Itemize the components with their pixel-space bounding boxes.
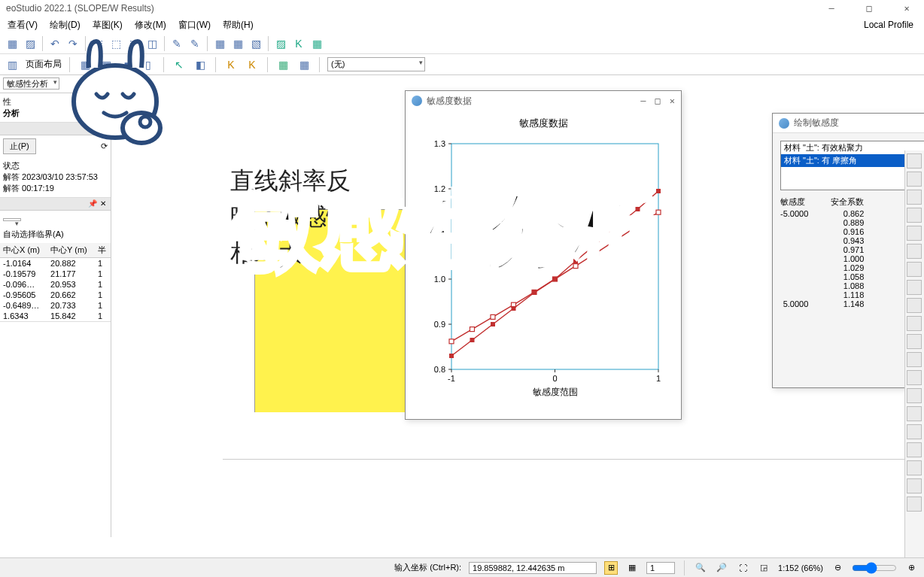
profile-label[interactable]: Local Profile <box>864 20 921 30</box>
sens-dialog-titlebar[interactable]: 绘制敏感度 ? ✕ <box>773 114 924 133</box>
layout-label[interactable]: 页面布局 <box>26 58 62 71</box>
tool-icon-10[interactable]: ▨ <box>273 36 288 51</box>
auto-select-label[interactable]: 自动选择临界(A) <box>3 229 108 240</box>
rtool-icon[interactable] <box>907 190 922 205</box>
menu-sketch[interactable]: 草图(K) <box>88 17 127 33</box>
rtool-icon[interactable] <box>907 280 922 295</box>
tool-icon-11[interactable]: K <box>291 36 306 51</box>
new-icon[interactable]: ▦ <box>5 36 20 51</box>
rtool-icon[interactable] <box>907 298 922 313</box>
results-dropdown[interactable] <box>3 218 21 221</box>
rtool-icon[interactable] <box>907 352 922 367</box>
refresh-icon[interactable]: ⟳ <box>101 141 108 151</box>
zoom-minus-icon[interactable]: ⊖ <box>831 561 844 575</box>
table-row[interactable]: -0.096…20.9531 <box>0 279 111 290</box>
zoom-plus-icon[interactable]: ⊕ <box>904 561 918 575</box>
cursor-icon[interactable]: ↖ <box>172 57 187 72</box>
material-listbox[interactable]: 材料 "土": 有效粘聚力 材料 "土": 有 摩擦角 <box>780 141 924 190</box>
maximize-button[interactable]: □ <box>858 3 880 14</box>
tool-icon-1[interactable]: ⬚ <box>90 36 105 51</box>
undo-icon[interactable]: ↶ <box>47 36 62 51</box>
menubar: 查看(V) 绘制(D) 草图(K) 修改(M) 窗口(W) 帮助(H) Loca… <box>0 17 924 33</box>
zoom-fit-icon[interactable]: ⛶ <box>736 561 749 575</box>
tb2-icon-7[interactable]: K <box>245 57 260 72</box>
tb2-icon-1[interactable]: ▦ <box>78 57 93 72</box>
tb2-icon-2[interactable]: ▦ <box>99 57 114 72</box>
zoom-in-icon[interactable]: 🔍 <box>694 561 707 575</box>
grid-icon[interactable]: ▦ <box>625 561 639 575</box>
open-icon[interactable]: ▨ <box>23 36 38 51</box>
zoom-extent-icon[interactable]: ◲ <box>757 561 771 575</box>
analysis-dropdown[interactable]: 敏感性分析 <box>3 77 59 90</box>
svg-text:敏感度范围: 敏感度范围 <box>533 387 578 397</box>
menu-window[interactable]: 窗口(W) <box>174 17 215 33</box>
canvas-area[interactable]: 直线斜率反 映了敏感性 相对大 敏感度数据 — □ ✕ 敏感度数据 0.80.9… <box>111 75 924 537</box>
rtool-icon[interactable] <box>907 172 922 187</box>
rtool-icon[interactable] <box>907 316 922 331</box>
tb2-icon-8[interactable]: ▦ <box>275 57 290 72</box>
tool-icon-9[interactable]: ▧ <box>248 36 263 51</box>
tool-icon-5[interactable]: ✎ <box>169 36 184 51</box>
close-panel-icon[interactable]: ✕ <box>99 124 108 133</box>
coord-input[interactable] <box>469 562 597 574</box>
close-button[interactable]: ✕ <box>895 3 918 14</box>
tool-icon-8[interactable]: ▦ <box>230 36 245 51</box>
chart-dialog-titlebar[interactable]: 敏感度数据 — □ ✕ <box>406 91 681 111</box>
rtool-icon[interactable] <box>907 370 922 385</box>
table-row[interactable]: -0.9560520.6621 <box>0 290 111 300</box>
tb2-icon-5[interactable]: ◧ <box>193 57 208 72</box>
tool-icon-4[interactable]: ◫ <box>144 36 160 51</box>
menu-modify[interactable]: 修改(M) <box>130 17 171 33</box>
menu-view[interactable]: 查看(V) <box>3 17 42 33</box>
status-title: 状态 <box>3 160 108 172</box>
table-row[interactable]: -1.016420.8821 <box>0 258 111 269</box>
stop-button[interactable]: 止(P) <box>3 138 36 154</box>
col-header-x[interactable]: 中心X (m) <box>0 243 47 258</box>
rtool-icon[interactable] <box>907 262 922 277</box>
minimize-button[interactable]: — <box>820 3 843 14</box>
rtool-icon[interactable] <box>907 406 922 421</box>
redo-icon[interactable]: ↷ <box>65 36 81 51</box>
grid-value[interactable] <box>646 562 675 574</box>
rtool-icon[interactable] <box>907 442 922 457</box>
rtool-icon[interactable] <box>907 226 922 241</box>
close-panel-icon[interactable]: ✕ <box>99 199 108 208</box>
rtool-icon[interactable] <box>907 153 922 169</box>
table-row[interactable]: -0.1957921.1771 <box>0 269 111 279</box>
list-item[interactable]: 材料 "土": 有效粘聚力 <box>781 141 924 154</box>
snap-icon[interactable]: ⊞ <box>604 561 618 575</box>
rtool-icon[interactable] <box>907 244 922 259</box>
tool-icon-6[interactable]: ✎ <box>187 36 202 51</box>
layer-dropdown[interactable]: (无) <box>327 57 425 71</box>
rtool-icon[interactable] <box>907 388 922 403</box>
tb2-icon-9[interactable]: ▦ <box>296 57 312 72</box>
col-header-y[interactable]: 中心Y (m) <box>47 243 95 258</box>
tb2-icon-3[interactable]: ■ <box>120 57 135 72</box>
menu-help[interactable]: 帮助(H) <box>218 17 258 33</box>
layout-icon[interactable]: ▥ <box>5 57 20 72</box>
tool-icon-3[interactable]: ⬚ <box>126 36 141 51</box>
col-header-r[interactable]: 半 <box>95 243 111 258</box>
rtool-icon[interactable] <box>907 208 922 223</box>
list-item[interactable]: 材料 "土": 有 摩擦角 <box>781 154 924 167</box>
rtool-icon[interactable] <box>907 424 922 439</box>
table-row[interactable]: -0.6489…20.7331 <box>0 300 111 311</box>
table-row[interactable]: 1.634315.8421 <box>0 311 111 321</box>
tool-icon-2[interactable]: ⬚ <box>108 36 123 51</box>
tool-icon-7[interactable]: ▦ <box>212 36 227 51</box>
rtool-icon[interactable] <box>907 334 922 349</box>
pin-icon[interactable]: 📌 <box>88 124 97 133</box>
zoom-slider[interactable] <box>852 562 897 574</box>
zoom-out-icon[interactable]: 🔎 <box>715 561 728 575</box>
dlg-close-icon[interactable]: ✕ <box>670 96 675 106</box>
rtool-icon[interactable] <box>907 478 922 493</box>
pin-icon[interactable]: 📌 <box>88 199 97 208</box>
rtool-icon[interactable] <box>907 460 922 475</box>
tool-icon-12[interactable]: ▦ <box>309 36 324 51</box>
rtool-icon[interactable] <box>907 497 922 512</box>
dlg-maximize-icon[interactable]: □ <box>655 96 661 106</box>
dlg-minimize-icon[interactable]: — <box>640 96 646 106</box>
menu-draw[interactable]: 绘制(D) <box>45 17 85 33</box>
tb2-icon-6[interactable]: K <box>223 57 239 72</box>
tb2-icon-4[interactable]: ▯ <box>141 57 156 72</box>
